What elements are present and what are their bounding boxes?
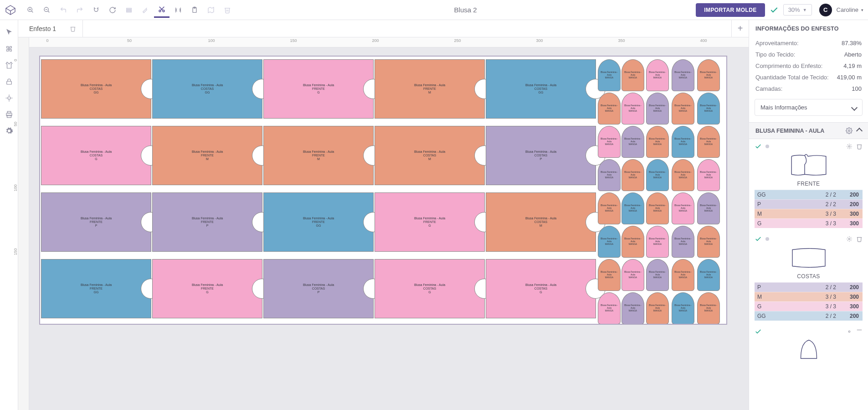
pattern-piece[interactable]: Blusa Feminina - AulaCOSTASM	[486, 192, 596, 252]
pattern-piece-sleeve[interactable]: Blusa Feminina - AulaMANGA	[621, 259, 644, 291]
piece-trash-icon[interactable]	[856, 143, 863, 150]
redo-icon[interactable]	[72, 2, 87, 18]
map-icon[interactable]	[203, 2, 219, 18]
pattern-piece-sleeve[interactable]: Blusa Feminina - AulaMANGA	[621, 192, 644, 224]
spacing-icon[interactable]	[170, 2, 186, 18]
pattern-piece-sleeve[interactable]: Blusa Feminina - AulaMANGA	[598, 259, 621, 291]
marker-canvas[interactable]: Blusa Feminina - AulaCOSTASGGBlusa Femin…	[29, 47, 749, 410]
pattern-piece[interactable]: Blusa Feminina - AulaCOSTASP	[486, 126, 596, 185]
piece-gear-icon[interactable]	[846, 143, 853, 150]
pattern-piece-sleeve[interactable]: Blusa Feminina - AulaMANGA	[621, 226, 644, 258]
pattern-piece[interactable]: Blusa Feminina - AulaFRENTEP	[41, 192, 151, 252]
pattern-piece-sleeve[interactable]: Blusa Feminina - AulaMANGA	[646, 126, 669, 158]
tab-close-icon[interactable]	[70, 26, 76, 32]
pattern-piece-sleeve[interactable]: Blusa Feminina - AulaMANGA	[621, 159, 644, 191]
pattern-piece-sleeve[interactable]: Blusa Feminina - AulaMANGA	[697, 59, 720, 91]
pattern-piece-sleeve[interactable]: Blusa Feminina - AulaMANGA	[598, 226, 621, 258]
pattern-piece-sleeve[interactable]: Blusa Feminina - AulaMANGA	[598, 292, 621, 324]
clipboard-icon[interactable]	[187, 2, 202, 18]
pattern-piece[interactable]: Blusa Feminina - AulaFRENTEM	[263, 126, 374, 185]
cut-icon[interactable]	[154, 2, 169, 18]
size-row[interactable]: P2 / 2200	[755, 282, 863, 292]
pattern-piece-sleeve[interactable]: Blusa Feminina - AulaMANGA	[646, 259, 669, 291]
pattern-piece-sleeve[interactable]: Blusa Feminina - AulaMANGA	[672, 292, 694, 324]
size-row[interactable]: M3 / 3300	[755, 209, 863, 218]
piece-trash-icon[interactable]	[856, 328, 863, 335]
pattern-piece-sleeve[interactable]: Blusa Feminina - AulaMANGA	[598, 126, 621, 158]
zoom-select[interactable]: 30%▼	[783, 4, 812, 16]
tab-enfesto-1[interactable]: Enfesto 1	[23, 20, 83, 37]
undo-icon[interactable]	[56, 2, 71, 18]
pattern-piece-sleeve[interactable]: Blusa Feminina - AulaMANGA	[672, 59, 694, 91]
pattern-piece-sleeve[interactable]: Blusa Feminina - AulaMANGA	[646, 292, 669, 324]
paint-icon[interactable]	[138, 2, 153, 18]
add-tab-button[interactable]: +	[731, 20, 749, 37]
piece-gear-icon[interactable]	[846, 328, 853, 335]
pattern-piece-sleeve[interactable]: Blusa Feminina - AulaMANGA	[672, 93, 694, 125]
pattern-piece-sleeve[interactable]: Blusa Feminina - AulaMANGA	[697, 226, 720, 258]
zoom-out-icon[interactable]	[39, 2, 55, 18]
pattern-piece[interactable]: Blusa Feminina - AulaCOSTASGG	[152, 59, 262, 119]
pattern-piece[interactable]: Blusa Feminina - AulaCOSTASGG	[41, 59, 151, 119]
pattern-piece-sleeve[interactable]: Blusa Feminina - AulaMANGA	[646, 226, 669, 258]
pattern-piece-sleeve[interactable]: Blusa Feminina - AulaMANGA	[621, 126, 644, 158]
cursor-tool-icon[interactable]	[3, 26, 15, 38]
piece-check-icon[interactable]	[755, 328, 762, 335]
pattern-piece-sleeve[interactable]: Blusa Feminina - AulaMANGA	[672, 226, 694, 258]
piece-check-icon[interactable]	[755, 235, 762, 243]
pattern-piece-sleeve[interactable]: Blusa Feminina - AulaMANGA	[598, 93, 621, 125]
pattern-header[interactable]: BLUSA FEMININA - AULA	[749, 122, 868, 139]
pattern-piece-sleeve[interactable]: Blusa Feminina - AulaMANGA	[598, 59, 621, 91]
piece-trash-icon[interactable]	[856, 236, 863, 242]
trash-icon[interactable]	[220, 2, 235, 18]
import-mold-button[interactable]: IMPORTAR MOLDE	[696, 3, 765, 17]
pattern-piece-sleeve[interactable]: Blusa Feminina - AulaMANGA	[621, 59, 644, 91]
piece-check-icon[interactable]	[755, 143, 762, 150]
magnet-icon[interactable]	[88, 2, 104, 18]
gear-icon[interactable]	[846, 127, 853, 134]
pattern-piece-sleeve[interactable]: Blusa Feminina - AulaMANGA	[646, 93, 669, 125]
pattern-piece-sleeve[interactable]: Blusa Feminina - AulaMANGA	[672, 259, 694, 291]
stack-icon[interactable]	[121, 2, 137, 18]
app-logo[interactable]	[5, 4, 16, 16]
pattern-piece[interactable]: Blusa Feminina - AulaFRENTEP	[152, 192, 262, 252]
size-row[interactable]: G3 / 3300	[755, 218, 863, 228]
pattern-piece[interactable]: Blusa Feminina - AulaCOSTASG	[486, 259, 596, 318]
pattern-piece[interactable]: Blusa Feminina - AulaFRENTEG	[152, 259, 262, 318]
pattern-piece[interactable]: Blusa Feminina - AulaCOSTASM	[375, 126, 485, 185]
pattern-piece-sleeve[interactable]: Blusa Feminina - AulaMANGA	[697, 126, 720, 158]
pattern-piece-sleeve[interactable]: Blusa Feminina - AulaMANGA	[646, 59, 669, 91]
pattern-piece[interactable]: Blusa Feminina - AulaFRENTEG	[375, 192, 485, 252]
pattern-piece-sleeve[interactable]: Blusa Feminina - AulaMANGA	[598, 192, 621, 224]
refresh-icon[interactable]	[105, 2, 120, 18]
size-row[interactable]: GG2 / 2200	[755, 311, 863, 321]
pattern-piece[interactable]: Blusa Feminina - AulaCOSTASGG	[486, 59, 596, 119]
pattern-piece-sleeve[interactable]: Blusa Feminina - AulaMANGA	[621, 292, 644, 324]
size-row[interactable]: M3 / 3300	[755, 292, 863, 301]
pattern-piece-sleeve[interactable]: Blusa Feminina - AulaMANGA	[672, 126, 694, 158]
pattern-piece[interactable]: Blusa Feminina - AulaFRENTEM	[375, 59, 485, 119]
pattern-piece[interactable]: Blusa Feminina - AulaCOSTASP	[263, 259, 374, 318]
pattern-piece-sleeve[interactable]: Blusa Feminina - AulaMANGA	[697, 159, 720, 191]
pattern-piece-sleeve[interactable]: Blusa Feminina - AulaMANGA	[697, 292, 720, 324]
size-row[interactable]: G3 / 3300	[755, 301, 863, 311]
pattern-piece-sleeve[interactable]: Blusa Feminina - AulaMANGA	[598, 159, 621, 191]
pattern-piece-sleeve[interactable]: Blusa Feminina - AulaMANGA	[672, 192, 694, 224]
more-info-toggle[interactable]: Mais Informações	[755, 99, 863, 116]
puzzle-tool-icon[interactable]	[3, 43, 15, 55]
pattern-piece-sleeve[interactable]: Blusa Feminina - AulaMANGA	[697, 259, 720, 291]
pattern-piece-sleeve[interactable]: Blusa Feminina - AulaMANGA	[672, 159, 694, 191]
avatar[interactable]: C	[819, 4, 832, 16]
pattern-piece-sleeve[interactable]: Blusa Feminina - AulaMANGA	[697, 192, 720, 224]
lock-tool-icon[interactable]	[3, 76, 15, 88]
pattern-piece[interactable]: Blusa Feminina - AulaFRENTEM	[152, 126, 262, 185]
pattern-piece-sleeve[interactable]: Blusa Feminina - AulaMANGA	[621, 93, 644, 125]
pattern-piece[interactable]: Blusa Feminina - AulaCOSTASG	[375, 259, 485, 318]
pattern-piece[interactable]: Blusa Feminina - AulaFRENTEG	[263, 59, 374, 119]
pattern-piece-sleeve[interactable]: Blusa Feminina - AulaMANGA	[646, 192, 669, 224]
pattern-piece[interactable]: Blusa Feminina - AulaFRENTEGG	[263, 192, 374, 252]
user-menu[interactable]: Caroline▾	[837, 6, 863, 13]
pattern-piece[interactable]: Blusa Feminina - AulaCOSTASG	[41, 126, 151, 185]
zoom-in-icon[interactable]	[23, 2, 38, 18]
target-tool-icon[interactable]	[3, 92, 15, 104]
